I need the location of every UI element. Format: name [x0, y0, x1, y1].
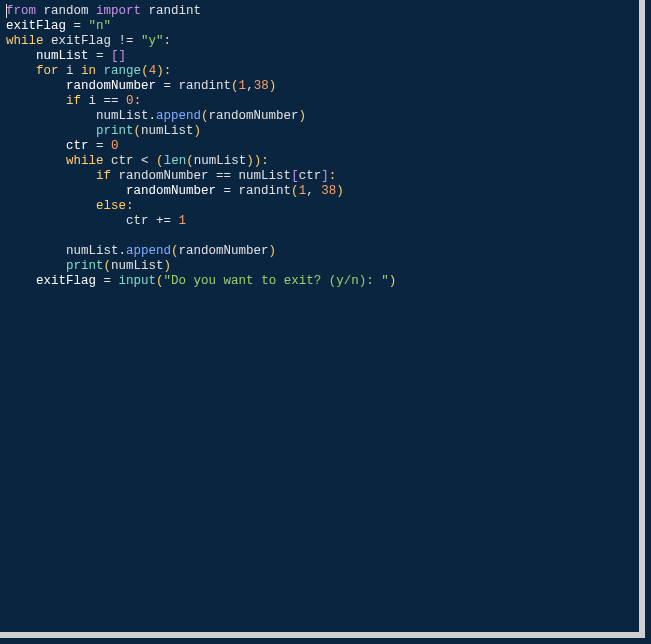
code-line-9: print(numList) — [6, 124, 201, 138]
code-line-5: for i in range(4): — [6, 64, 171, 78]
code-line-2: exitFlag = "n" — [6, 19, 111, 33]
code-line-13: randomNumber = randint(1, 38) — [6, 184, 344, 198]
code-editor[interactable]: from random import randint exitFlag = "n… — [0, 0, 645, 638]
code-line-11: while ctr < (len(numList)): — [6, 154, 269, 168]
code-line-6: randomNumber = randint(1,38) — [6, 79, 276, 93]
code-line-16: numList.append(randomNumber) — [6, 244, 276, 258]
code-line-7: if i == 0: — [6, 94, 141, 108]
code-line-8: numList.append(randomNumber) — [6, 109, 306, 123]
code-line-1: from random import randint — [6, 4, 201, 18]
code-line-15: ctr += 1 — [6, 214, 186, 228]
code-line-14: else: — [6, 199, 134, 213]
code-line-4: numList = [] — [6, 49, 126, 63]
code-line-18: exitFlag = input("Do you want to exit? (… — [6, 274, 396, 288]
code-line-3: while exitFlag != "y": — [6, 34, 171, 48]
code-line-12: if randomNumber == numList[ctr]: — [6, 169, 336, 183]
code-line-17: print(numList) — [6, 259, 171, 273]
code-line-10: ctr = 0 — [6, 139, 119, 153]
